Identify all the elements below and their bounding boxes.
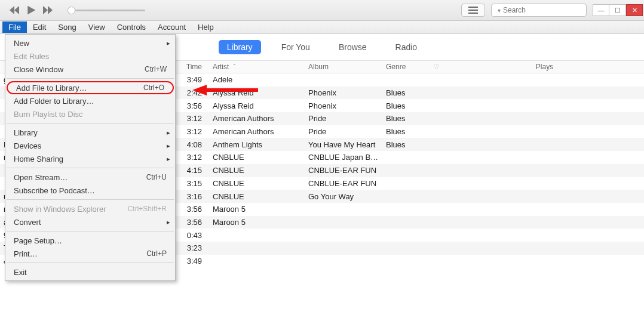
file-menu-item-home-sharing[interactable]: Home Sharing▸ [5,152,175,165]
cell-genre: Blues [382,101,427,110]
file-menu-item-print[interactable]: Print…Ctrl+P [5,247,175,260]
column-love-header[interactable]: ♡ [427,63,445,71]
cell-artist: American Authors [209,127,305,136]
svg-marker-3 [192,85,207,95]
tab-radio[interactable]: Radio [387,40,426,54]
cell-artist: CNBLUE [209,153,305,162]
column-album-header[interactable]: Album [305,63,382,71]
menu-item-label: Library [14,128,38,137]
file-menu-item-add-file-to-library[interactable]: Add File to Library…Ctrl+O [7,81,174,94]
cell-genre: Blues [382,114,427,123]
column-plays-header[interactable]: Plays [445,63,644,71]
menu-item-label: Add File to Library… [16,84,87,92]
cell-album: CNBLUE Japan Best… [305,153,382,162]
cell-genre: Blues [382,140,427,149]
file-menu-item-page-setup[interactable]: Page Setup… [5,234,175,247]
menu-item-label: Edit Rules [14,52,49,61]
cell-artist: American Authors [209,114,305,123]
cell-artist: CNBLUE [209,166,305,175]
submenu-caret-icon: ▸ [167,129,170,137]
cell-album: Go Your Way [305,192,382,201]
tab-library[interactable]: Library [219,40,261,54]
menu-item-label: Burn Playlist to Disc [14,110,83,119]
file-menu-item-subscribe-to-podcast[interactable]: Subscribe to Podcast… [5,184,175,197]
cell-artist: Anthem Lights [209,140,305,149]
cell-time: 3:12 [176,114,209,123]
file-menu-item-close-window[interactable]: Close WindowCtrl+W [5,63,175,76]
window-maximize-button[interactable]: ☐ [609,4,626,16]
menu-view[interactable]: View [82,21,111,33]
playback-controls [9,5,53,16]
column-genre-header[interactable]: Genre [382,63,427,71]
cell-album: CNBLUE-EAR FUN [305,179,382,188]
cell-album: Phoenix [305,101,382,110]
cell-time: 3:12 [176,153,209,162]
cell-album: Pride [305,127,382,136]
menu-separator [7,262,174,263]
volume-thumb[interactable] [68,7,75,14]
cell-time: 4:15 [176,166,209,175]
column-artist-header[interactable]: Artist ˆ [209,63,305,71]
submenu-caret-icon: ▸ [167,39,170,47]
cell-album: Phoenix [305,88,382,97]
column-artist-label: Artist [213,63,229,71]
file-menu-item-burn-playlist-to-disc: Burn Playlist to Disc [5,107,175,121]
submenu-caret-icon: ▸ [167,218,170,226]
menu-song[interactable]: Song [52,21,82,33]
menu-item-shortcut: Ctrl+W [145,65,167,73]
volume-slider[interactable] [68,10,145,11]
menu-account[interactable]: Account [152,21,192,33]
menu-controls[interactable]: Controls [111,21,152,33]
menu-item-label: Print… [14,249,38,258]
menu-item-shortcut: Ctrl+U [146,173,167,181]
menu-item-label: Show in Windows Explorer [14,205,106,214]
cell-time: 3:23 [176,243,209,252]
cell-artist: Maroon 5 [209,205,305,214]
file-menu-item-add-folder-to-library[interactable]: Add Folder to Library… [5,94,175,107]
window-minimize-button[interactable]: — [593,4,609,16]
file-menu-item-new[interactable]: New▸ [5,36,175,50]
menu-file[interactable]: File [2,21,27,33]
next-track-button[interactable] [42,5,53,16]
menu-item-label: Subscribe to Podcast… [14,186,95,195]
annotation-arrow [192,84,258,97]
column-time-header[interactable]: Time [176,63,209,71]
file-menu-item-library[interactable]: Library▸ [5,126,175,139]
cell-time: 4:08 [176,140,209,149]
cell-time: 3:16 [176,192,209,201]
cell-album: Pride [305,114,382,123]
cell-time: 3:56 [176,218,209,227]
play-button[interactable] [26,5,36,16]
menu-item-label: Home Sharing [14,155,63,163]
file-menu-item-exit[interactable]: Exit [5,265,175,279]
menu-item-shortcut: Ctrl+Shift+R [128,205,167,213]
file-menu-item-convert[interactable]: Convert▸ [5,215,175,228]
cell-time: 3:56 [176,205,209,214]
cell-artist: Maroon 5 [209,218,305,227]
cell-time: 3:15 [176,179,209,188]
tab-browse[interactable]: Browse [330,40,375,54]
list-view-button[interactable] [461,4,485,17]
menu-item-label: Add Folder to Library… [14,97,94,106]
menu-item-shortcut: Ctrl+P [146,249,167,258]
menu-separator [7,231,174,231]
menu-item-shortcut: Ctrl+O [143,84,164,92]
cell-time: 0:43 [176,231,209,240]
file-menu-item-show-in-windows-explorer: Show in Windows ExplorerCtrl+Shift+R [5,202,175,215]
menu-edit[interactable]: Edit [27,21,52,33]
previous-track-button[interactable] [9,5,20,16]
search-input[interactable] [503,6,593,14]
file-menu-item-devices[interactable]: Devices▸ [5,139,175,152]
tab-for-you[interactable]: For You [273,40,318,54]
cell-genre: Blues [382,127,427,136]
file-menu-item-open-stream[interactable]: Open Stream…Ctrl+U [5,171,175,184]
cell-genre: Blues [382,88,427,97]
menu-item-label: New [14,39,29,48]
cell-artist: CNBLUE [209,192,305,201]
menu-item-label: Devices [14,141,41,150]
cell-artist: Alyssa Reid [209,101,305,110]
file-menu-dropdown: New▸Edit RulesClose WindowCtrl+WAdd File… [5,34,176,281]
menu-help[interactable]: Help [192,21,220,33]
search-box[interactable]: ▾ [491,4,587,17]
window-close-button[interactable]: ✕ [626,4,643,16]
